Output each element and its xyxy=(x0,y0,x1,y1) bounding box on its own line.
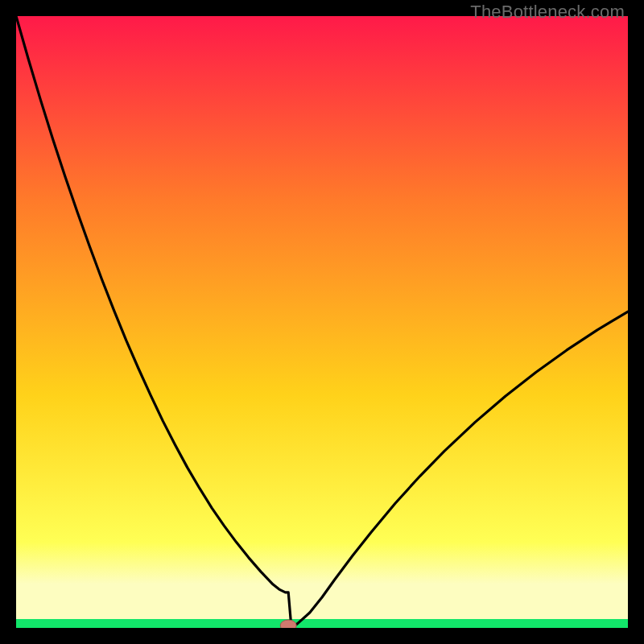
optimal-point-marker xyxy=(280,620,296,628)
plot-background xyxy=(16,16,628,628)
bottleneck-plot xyxy=(16,16,628,628)
chart-frame xyxy=(16,16,628,628)
watermark-text: TheBottleneck.com xyxy=(470,2,625,23)
